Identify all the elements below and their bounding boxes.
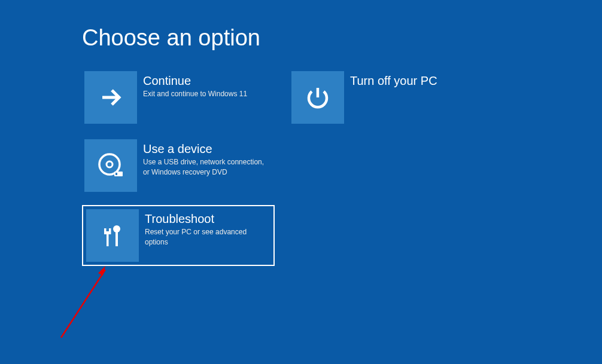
continue-desc: Exit and continue to Windows 11: [143, 89, 268, 99]
power-icon: [291, 71, 344, 124]
svg-marker-8: [98, 266, 105, 276]
turn-off-text: Turn off your PC: [344, 71, 475, 124]
turn-off-title: Turn off your PC: [350, 74, 475, 88]
svg-point-0: [99, 154, 120, 175]
svg-point-1: [107, 161, 113, 167]
troubleshoot-text: Troubleshoot Reset your PC or see advanc…: [139, 209, 270, 262]
use-device-tile[interactable]: Use a device Use a USB drive, network co…: [82, 137, 270, 194]
svg-rect-3: [115, 173, 117, 175]
troubleshoot-tile[interactable]: Troubleshoot Reset your PC or see advanc…: [82, 205, 275, 266]
annotation-arrow-icon: [59, 266, 110, 338]
continue-tile[interactable]: Continue Exit and continue to Windows 11: [82, 69, 270, 126]
use-device-text: Use a device Use a USB drive, network co…: [137, 139, 268, 192]
svg-rect-6: [115, 231, 118, 246]
arrow-right-icon: [84, 71, 137, 124]
continue-title: Continue: [143, 74, 268, 88]
disc-icon: [84, 139, 137, 192]
right-column: Turn off your PC: [289, 69, 478, 266]
left-column: Continue Exit and continue to Windows 11…: [82, 69, 275, 266]
use-device-desc: Use a USB drive, network connection, or …: [143, 157, 268, 178]
tiles-container: Continue Exit and continue to Windows 11…: [0, 51, 602, 266]
troubleshoot-desc: Reset your PC or see advanced options: [145, 227, 270, 247]
continue-text: Continue Exit and continue to Windows 11: [137, 71, 268, 124]
use-device-title: Use a device: [143, 142, 268, 156]
svg-rect-4: [107, 234, 109, 246]
turn-off-tile[interactable]: Turn off your PC: [289, 69, 478, 126]
troubleshoot-title: Troubleshoot: [145, 212, 270, 226]
tools-icon: [86, 209, 139, 262]
svg-line-7: [61, 270, 105, 338]
page-title: Choose an option: [0, 0, 602, 51]
